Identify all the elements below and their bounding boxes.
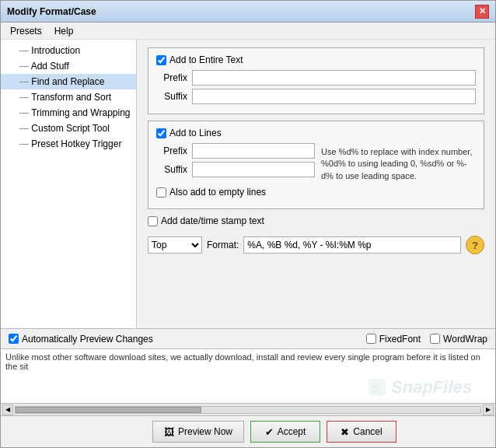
entire-prefix-input[interactable] (192, 70, 476, 86)
buttons-bar: 🖼 Preview Now ✔ Accept ✖ Cancel (1, 416, 495, 447)
accept-button-label: Accept (278, 426, 306, 437)
window-title: Modify Format/Case (7, 6, 96, 17)
bottom-area: Automatically Preview Changes FixedFont … (1, 328, 495, 447)
accept-icon: ✔ (265, 426, 274, 438)
date-stamp-section: Add date/time stamp text Top Bottom Form… (148, 215, 484, 254)
help-button[interactable]: ? (466, 236, 484, 254)
lines-suffix-input[interactable] (192, 162, 315, 177)
sidebar-item-preset-hotkey[interactable]: Preset Hotkey Trigger (1, 136, 136, 152)
lines-left-col: Prefix Suffix (156, 143, 315, 182)
word-wrap-option: WordWrap (430, 334, 487, 345)
lines-prefix-label: Prefix (156, 145, 187, 156)
sidebar-item-transform-sort[interactable]: Transform and Sort (1, 89, 136, 105)
preview-now-button[interactable]: 🖼 Preview Now (152, 421, 244, 443)
menu-presets[interactable]: Presets (4, 24, 48, 38)
entire-prefix-label: Prefix (156, 72, 187, 83)
add-to-lines-section: Add to Lines Prefix Suffix Use %d% to re (148, 121, 484, 209)
date-stamp-checkbox-row: Add date/time stamp text (148, 215, 484, 226)
entire-suffix-label: Suffix (156, 91, 187, 102)
cancel-button-label: Cancel (353, 426, 382, 437)
preview-icon: 🖼 (164, 426, 174, 438)
scroll-right-button[interactable]: ▶ (483, 404, 494, 415)
menu-help[interactable]: Help (48, 24, 80, 38)
lines-suffix-row: Suffix (156, 162, 315, 177)
entire-suffix-row: Suffix (156, 89, 476, 104)
date-stamp-label: Add date/time stamp text (161, 215, 264, 226)
sidebar-item-trimming-wrapping[interactable]: Trimming and Wrapping (1, 105, 136, 121)
add-lines-label: Add to Lines (169, 128, 222, 138)
sidebar-item-introduction[interactable]: Introduction (1, 43, 136, 58)
sidebar-item-add-stuff[interactable]: Add Stuff (1, 58, 136, 74)
lines-prefix-input[interactable] (192, 143, 315, 159)
sidebar-item-find-replace[interactable]: Find and Replace (1, 74, 136, 89)
auto-preview-checkbox[interactable] (9, 334, 19, 344)
lines-prefix-row: Prefix (156, 143, 315, 159)
add-lines-checkbox[interactable] (156, 128, 166, 138)
scrollbar-track[interactable] (15, 406, 481, 414)
sidebar: Introduction Add Stuff Find and Replace … (1, 40, 137, 328)
add-lines-checkbox-row: Add to Lines (156, 128, 476, 138)
main-content: Introduction Add Stuff Find and Replace … (1, 40, 495, 328)
entire-prefix-row: Prefix (156, 70, 476, 86)
auto-preview-label: Automatically Preview Changes (22, 334, 153, 345)
scroll-left-button[interactable]: ◀ (2, 404, 13, 415)
fixed-font-option: FixedFont (366, 334, 421, 345)
preview-button-label: Preview Now (178, 426, 232, 437)
position-select[interactable]: Top Bottom (148, 236, 202, 254)
options-bar: Automatically Preview Changes FixedFont … (1, 329, 495, 349)
auto-preview-option: Automatically Preview Changes (9, 334, 153, 345)
close-button[interactable]: ✕ (475, 5, 489, 19)
preview-area: Unlike most other software download site… (1, 349, 495, 404)
accept-button[interactable]: ✔ Accept (250, 421, 320, 443)
preview-text: Unlike most other software download site… (5, 352, 480, 371)
add-entire-text-row: Add to Entire Text (156, 54, 476, 65)
format-input[interactable] (243, 236, 461, 254)
add-entire-text-label: Add to Entire Text (169, 54, 243, 65)
scrollbar-thumb[interactable] (16, 407, 201, 413)
sidebar-item-custom-script[interactable]: Custom Script Tool (1, 121, 136, 136)
add-entire-text-checkbox[interactable] (156, 55, 166, 65)
menu-bar: Presets Help (1, 23, 495, 40)
right-panel: Add to Entire Text Prefix Suffix Add to … (137, 40, 495, 328)
horizontal-scrollbar[interactable]: ◀ ▶ (1, 404, 495, 416)
entire-suffix-input[interactable] (192, 89, 476, 104)
also-add-empty-row: Also add to empty lines (156, 187, 476, 198)
title-bar: Modify Format/Case ✕ (1, 1, 495, 23)
format-label: Format: (207, 240, 239, 250)
date-stamp-checkbox[interactable] (148, 216, 158, 226)
format-row: Top Bottom Format: ? (148, 236, 484, 254)
snapfiles-icon: S (366, 376, 388, 398)
fixed-font-checkbox[interactable] (366, 334, 376, 344)
fixed-font-label: FixedFont (379, 334, 421, 345)
word-wrap-checkbox[interactable] (430, 334, 440, 344)
add-entire-text-section: Add to Entire Text Prefix Suffix (148, 47, 484, 114)
svg-text:S: S (372, 380, 381, 396)
also-add-empty-checkbox[interactable] (156, 187, 166, 198)
cancel-button[interactable]: ✖ Cancel (327, 421, 396, 443)
lines-suffix-label: Suffix (156, 164, 187, 175)
word-wrap-label: WordWrap (443, 334, 487, 345)
cancel-icon: ✖ (341, 426, 349, 438)
also-add-empty-label: Also add to empty lines (169, 187, 266, 198)
lines-fields: Prefix Suffix Use %d% to replace with in… (156, 143, 476, 182)
main-window: Modify Format/Case ✕ Presets Help Introd… (0, 0, 496, 448)
lines-hint: Use %d% to replace with index number, %0… (321, 143, 476, 182)
watermark: S SnapFiles (366, 376, 472, 398)
